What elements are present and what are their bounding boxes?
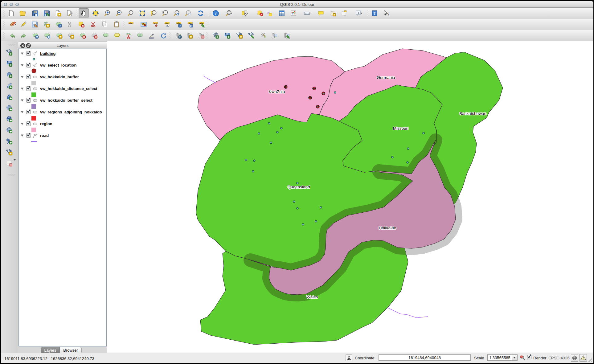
svg-text:1:1: 1:1 xyxy=(129,11,132,14)
svg-text:?: ? xyxy=(373,11,375,16)
svg-text:i: i xyxy=(215,11,216,16)
svg-text:abc: abc xyxy=(188,22,192,24)
svg-text:Hokkaido: Hokkaido xyxy=(379,226,396,230)
svg-text:Missouri: Missouri xyxy=(393,126,408,131)
svg-text:abc: abc xyxy=(129,22,133,24)
svg-text:KwaZulu: KwaZulu xyxy=(269,89,285,94)
svg-text:abc: abc xyxy=(200,22,204,24)
svg-text:Saskatchewan: Saskatchewan xyxy=(459,111,486,116)
svg-text:Germania: Germania xyxy=(377,75,395,80)
svg-text:Queensland: Queensland xyxy=(288,185,310,189)
svg-text:abc: abc xyxy=(165,22,169,24)
svg-text:abc: abc xyxy=(177,22,181,24)
svg-text:Wales: Wales xyxy=(306,295,318,299)
svg-text:abc: abc xyxy=(154,22,157,24)
svg-text:ab: ab xyxy=(142,23,145,25)
svg-text:?: ? xyxy=(387,12,389,16)
svg-text:T: T xyxy=(357,11,359,14)
